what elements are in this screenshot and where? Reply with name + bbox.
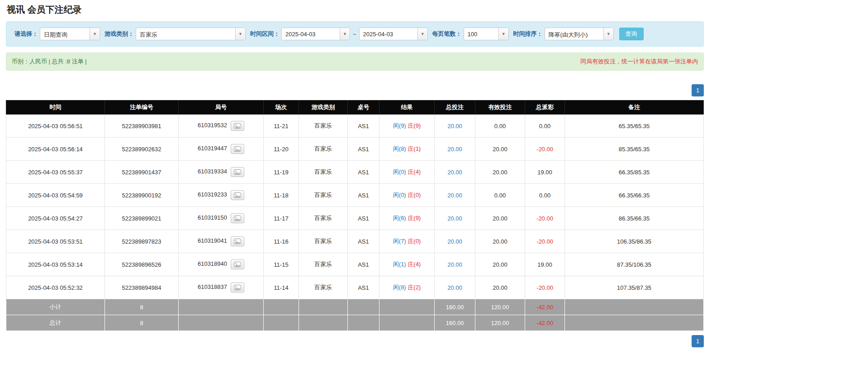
subtotal-valid-bet: 120.00: [475, 299, 525, 315]
cell-game-type: 百家乐: [299, 253, 348, 276]
cell-valid-bet: 20.00: [475, 253, 525, 276]
chevron-down-icon[interactable]: ▼: [498, 28, 508, 40]
total-bet-link[interactable]: 20.00: [447, 169, 462, 176]
time-sort-label: 时间排序：: [513, 30, 543, 38]
cell-round-id: 610318940: [179, 253, 264, 276]
total-bet-link[interactable]: 20.00: [447, 123, 462, 129]
table-row: 2025-04-03 05:56:51522389903981610319532…: [6, 115, 704, 138]
summary-bar: 币别：人民币 | 总共 :8 注单 | 同局有效投注，统一计算在该局第一张注单内: [6, 53, 704, 71]
result-player: 闲(1): [393, 261, 406, 268]
per-page-value[interactable]: 100: [464, 28, 498, 40]
roadmap-image-icon[interactable]: [231, 167, 244, 177]
cell-total-bet: 20.00: [435, 230, 475, 253]
table-row: 2025-04-03 05:55:37522389901437610319334…: [6, 161, 704, 184]
total-bet-link[interactable]: 20.00: [447, 192, 462, 199]
cell-round-id: 610319233: [179, 184, 264, 207]
time-sort-combo[interactable]: 降幂(由大到小) ▼: [545, 28, 614, 40]
content: 请选择： 日期查询 ▼ 游戏类别： 百家乐 ▼ 时间区间： 2025-04-03…: [6, 21, 704, 347]
cell-result: 闲(6) 庄(9): [379, 207, 435, 230]
cell-time: 2025-04-03 05:53:51: [6, 230, 105, 253]
cell-payout: 19.00: [525, 161, 565, 184]
result-player: 闲(6): [393, 215, 406, 221]
roadmap-image-icon[interactable]: [231, 259, 244, 269]
cell-table-no: AS1: [348, 207, 379, 230]
cell-session: 11-14: [264, 276, 299, 299]
chevron-down-icon[interactable]: ▼: [417, 28, 427, 40]
date-to-combo[interactable]: 2025-04-03 ▼: [359, 28, 428, 40]
page-title: 视讯 会员下注纪录: [6, 0, 862, 21]
chevron-down-icon[interactable]: ▼: [603, 28, 613, 40]
per-page-combo[interactable]: 100 ▼: [464, 28, 509, 40]
cell-time: 2025-04-03 05:53:14: [6, 253, 105, 276]
per-page-label: 每页笔数：: [432, 30, 462, 38]
header-round-id: 局号: [179, 101, 264, 115]
pagination-top: 1: [6, 84, 704, 96]
table-row: 2025-04-03 05:53:51522389897823610319041…: [6, 230, 704, 253]
result-player: 闲(8): [393, 145, 406, 152]
total-label: 总计: [6, 315, 105, 331]
total-valid-bet: 120.00: [475, 315, 525, 331]
result-player: 闲(0): [393, 192, 406, 198]
cell-remark: 87.35/106.35: [565, 253, 704, 276]
chevron-down-icon[interactable]: ▼: [340, 28, 350, 40]
cell-table-no: AS1: [348, 253, 379, 276]
table-row: 2025-04-03 05:52:32522389894984610318837…: [6, 276, 704, 299]
date-from-value[interactable]: 2025-04-03: [282, 28, 340, 40]
cell-result: 闲(9) 庄(9): [379, 115, 435, 138]
cell-valid-bet: 20.00: [475, 138, 525, 161]
game-type-combo[interactable]: 百家乐 ▼: [136, 28, 246, 40]
cell-total-bet: 20.00: [435, 253, 475, 276]
cell-time: 2025-04-03 05:54:27: [6, 207, 105, 230]
result-banker: 庄(2): [408, 284, 421, 291]
total-bet-link[interactable]: 20.00: [447, 284, 462, 291]
roadmap-image-icon[interactable]: [231, 190, 244, 200]
chevron-down-icon[interactable]: ▼: [235, 28, 245, 40]
total-bet-link[interactable]: 20.00: [447, 238, 462, 245]
round-id-text: 610319233: [198, 191, 227, 198]
game-type-value[interactable]: 百家乐: [136, 28, 235, 40]
query-type-value[interactable]: 日期查询: [40, 28, 90, 40]
table-row: 2025-04-03 05:56:14522389902632610319447…: [6, 138, 704, 161]
cell-valid-bet: 0.00: [475, 115, 525, 138]
cell-bet-id: 522389903981: [105, 115, 179, 138]
chevron-down-icon[interactable]: ▼: [90, 28, 100, 40]
subtotal-count: 8: [105, 299, 179, 315]
roadmap-image-icon[interactable]: [231, 144, 244, 154]
round-id-text: 610319150: [198, 214, 227, 221]
roadmap-image-icon[interactable]: [231, 283, 244, 292]
time-sort-value[interactable]: 降幂(由大到小): [545, 28, 603, 40]
result-banker: 庄(4): [408, 261, 421, 268]
cell-game-type: 百家乐: [299, 230, 348, 253]
page-1-button[interactable]: 1: [692, 335, 704, 347]
cell-payout: -20.00: [525, 138, 565, 161]
cell-bet-id: 522389897823: [105, 230, 179, 253]
total-bet-link[interactable]: 20.00: [447, 261, 462, 268]
page-1-button[interactable]: 1: [692, 84, 704, 96]
date-from-combo[interactable]: 2025-04-03 ▼: [281, 28, 350, 40]
table-row: 2025-04-03 05:54:59522389900192610319233…: [6, 184, 704, 207]
cell-time: 2025-04-03 05:55:37: [6, 161, 105, 184]
roadmap-image-icon[interactable]: [231, 213, 244, 223]
search-button[interactable]: 查询: [619, 28, 644, 40]
filter-bar: 请选择： 日期查询 ▼ 游戏类别： 百家乐 ▼ 时间区间： 2025-04-03…: [6, 21, 704, 47]
result-banker: 庄(4): [408, 168, 421, 175]
roadmap-image-icon[interactable]: [231, 121, 244, 131]
cell-game-type: 百家乐: [299, 207, 348, 230]
roadmap-image-icon[interactable]: [231, 236, 244, 246]
query-type-combo[interactable]: 日期查询 ▼: [40, 28, 100, 40]
cell-bet-id: 522389896526: [105, 253, 179, 276]
round-id-text: 610319532: [198, 122, 227, 129]
header-total-bet: 总投注: [435, 101, 475, 115]
header-time: 时间: [6, 101, 105, 115]
cell-session: 11-19: [264, 161, 299, 184]
header-table-no: 桌号: [348, 101, 379, 115]
total-bet-link[interactable]: 20.00: [447, 215, 462, 222]
cell-game-type: 百家乐: [299, 276, 348, 299]
result-banker: 庄(1): [408, 145, 421, 152]
date-to-value[interactable]: 2025-04-03: [360, 28, 417, 40]
time-range-label: 时间区间：: [250, 30, 280, 38]
total-bet-link[interactable]: 20.00: [447, 146, 462, 153]
cell-remark: 65.35/65.35: [565, 115, 704, 138]
cell-payout: 0.00: [525, 115, 565, 138]
cell-valid-bet: 20.00: [475, 230, 525, 253]
